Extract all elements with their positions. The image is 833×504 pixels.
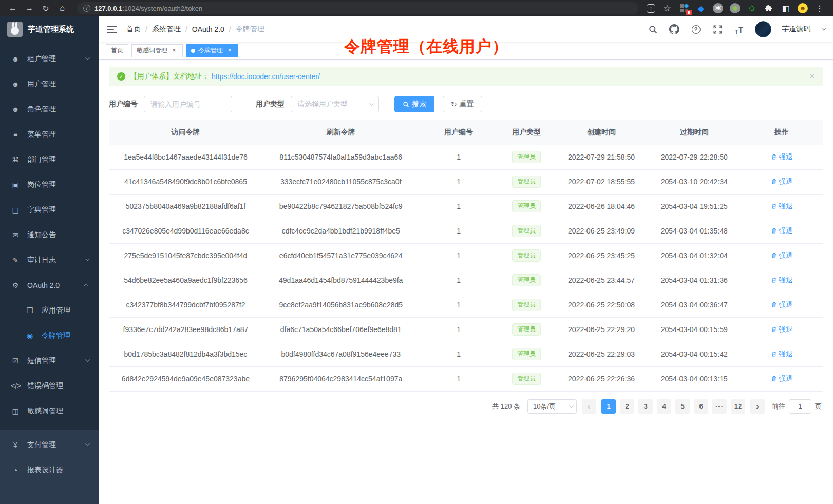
sidebar-item-sensitive-word[interactable]: ◫ 敏感词管理: [0, 398, 99, 423]
breadcrumb-home[interactable]: 首页: [126, 25, 141, 34]
command-extension-icon[interactable]: ⌘: [713, 3, 723, 13]
page-6[interactable]: 6: [694, 399, 708, 414]
force-logout-button[interactable]: 强退: [771, 276, 793, 285]
page-1[interactable]: 1: [601, 399, 616, 414]
font-size-icon[interactable]: TT: [733, 24, 745, 35]
table-row: b0d1785bc3a8482f812db4a3f3bd15ec b0df498…: [109, 342, 823, 366]
page-2[interactable]: 2: [620, 399, 634, 414]
force-logout-button[interactable]: 强退: [771, 325, 793, 334]
browser-menu-icon[interactable]: ⋮: [815, 3, 825, 13]
force-logout-button[interactable]: 强退: [771, 202, 793, 211]
action-cell: 强退: [741, 317, 823, 342]
sidebar-item-label: 错误码管理: [27, 381, 63, 391]
address-bar[interactable]: i 127.0.0.1:1024/system/oauth2/token: [77, 2, 638, 14]
browser-reload-button[interactable]: ↻: [39, 2, 52, 14]
username-text[interactable]: 芋道源码: [782, 25, 810, 34]
user-id-cell: 1: [420, 317, 498, 342]
breadcrumb-separator[interactable]: /: [185, 25, 187, 33]
sidebar-item-role[interactable]: ☻ 角色管理: [0, 96, 99, 122]
user-type-cell: 管理员: [498, 194, 555, 219]
user-type-badge: 管理员: [512, 323, 541, 336]
page-5[interactable]: 5: [675, 399, 690, 414]
created-time-cell: 2022-06-25 23:44:57: [555, 268, 648, 293]
tab-home[interactable]: 首页 ×: [106, 44, 128, 57]
user-menu-caret-icon[interactable]: [822, 26, 826, 30]
bookmark-star-icon[interactable]: ☆: [662, 3, 672, 13]
user-type-select[interactable]: 请选择用户类型: [291, 96, 379, 112]
prev-page-button[interactable]: ‹: [582, 399, 596, 414]
sidebar-item-dict[interactable]: ▤ 字典管理: [0, 197, 99, 222]
sidebar-item-notice[interactable]: ✉ 通知公告: [0, 222, 99, 247]
search-button[interactable]: 搜索: [394, 96, 434, 112]
green-star-extension-icon[interactable]: ✩: [747, 3, 757, 13]
sidebar-item-dept[interactable]: ⌘ 部门管理: [0, 147, 99, 172]
table-row: 1ea5e44f8bc1467aaede43144f31de76 811c530…: [109, 145, 823, 169]
user-type-cell: 管理员: [498, 293, 555, 317]
breadcrumb-separator[interactable]: /: [145, 25, 147, 33]
select-caret-icon: [369, 101, 373, 105]
breadcrumb-separator[interactable]: /: [229, 25, 231, 33]
user-id-input[interactable]: [144, 96, 232, 112]
breadcrumb-system[interactable]: 系统管理: [152, 25, 181, 34]
sidebar-item-user[interactable]: ☻ 用户管理: [0, 71, 99, 96]
page-size-select[interactable]: 10条/页: [527, 399, 577, 414]
tab-sensitive-word[interactable]: 敏感词管理 ×: [131, 44, 183, 57]
goto-page-input[interactable]: [789, 399, 811, 414]
reset-button[interactable]: ↻ 重置: [443, 96, 482, 112]
page-more[interactable]: ···: [712, 399, 727, 414]
fullscreen-icon[interactable]: [712, 24, 723, 35]
sidebar-item-tenant[interactable]: ☻ 租户管理: [0, 46, 99, 71]
doc-link[interactable]: https://doc.iocoder.cn/user-center/: [212, 72, 320, 81]
force-logout-button[interactable]: 强退: [771, 226, 793, 236]
help-icon[interactable]: ?: [690, 24, 702, 35]
user-avatar[interactable]: [755, 21, 771, 37]
force-logout-button[interactable]: 强退: [771, 374, 793, 383]
sidepanel-icon[interactable]: ◧: [781, 3, 791, 13]
tab-token-manage[interactable]: 令牌管理 ×: [186, 44, 238, 57]
access-token-cell: 41c41346a548490f9dc8b01c6bfe0865: [109, 169, 262, 194]
table-row: 502375b8040a469a9b82188afdf6af1f be90422…: [109, 194, 823, 219]
browser-forward-button[interactable]: →: [23, 2, 36, 14]
sidebar-item-oauth2[interactable]: ⚙ OAuth 2.0: [0, 273, 99, 298]
next-page-button[interactable]: ›: [750, 399, 765, 414]
sidebar-item-report-designer[interactable]: ◔ 报表设计器: [0, 457, 99, 482]
browser-extensions-area: ↑ ☆ 9 ◆ ⌘ ✩ ◧ ☻ ⋮: [647, 3, 827, 13]
sidebar-item-error-code[interactable]: </> 错误码管理: [0, 373, 99, 398]
sidebar-item-payment[interactable]: ¥ 支付管理: [0, 432, 99, 457]
tab-close-icon[interactable]: ×: [171, 47, 178, 54]
force-logout-button[interactable]: 强退: [771, 177, 793, 186]
sidebar-item-menu[interactable]: ≡ 菜单管理: [0, 122, 99, 147]
search-icon[interactable]: [647, 24, 658, 35]
browser-back-button[interactable]: ←: [6, 2, 20, 14]
gem-extension-icon[interactable]: ◆: [696, 3, 706, 13]
sidebar-item-post[interactable]: ▣ 岗位管理: [0, 172, 99, 197]
sidebar-item-app-manage[interactable]: ❒ 应用管理: [0, 298, 99, 323]
page-3[interactable]: 3: [638, 399, 653, 414]
sidebar-item-audit-log[interactable]: ✎ 审计日志: [0, 247, 99, 273]
sidebar-item-token-manage[interactable]: ◉ 令牌管理: [0, 323, 99, 348]
force-logout-button[interactable]: 强退: [771, 300, 793, 309]
breadcrumb-current[interactable]: 令牌管理: [236, 25, 264, 34]
force-logout-button[interactable]: 强退: [771, 251, 793, 260]
user-type-cell: 管理员: [498, 169, 555, 194]
sidebar-item-sms[interactable]: ☑ 短信管理: [0, 348, 99, 373]
github-icon[interactable]: [669, 24, 680, 35]
tab-close-icon[interactable]: ×: [226, 47, 233, 54]
recorder-extension-icon[interactable]: [730, 3, 740, 13]
sidebar-item-icon: ◔: [11, 466, 20, 474]
extension-grid-icon[interactable]: 9: [679, 3, 689, 13]
puzzle-extensions-icon[interactable]: [764, 3, 774, 13]
alert-close-icon[interactable]: ×: [810, 72, 815, 81]
site-info-icon[interactable]: i: [83, 5, 90, 12]
breadcrumb-oauth2[interactable]: OAuth 2.0: [192, 25, 224, 33]
force-logout-button[interactable]: 强退: [771, 350, 793, 359]
browser-home-button[interactable]: ⌂: [55, 2, 69, 14]
profile-avatar-icon[interactable]: ☻: [798, 3, 808, 13]
share-icon[interactable]: ↑: [647, 4, 655, 13]
table-header-cell: 访问令牌: [109, 120, 262, 145]
force-logout-button[interactable]: 强退: [771, 152, 793, 162]
page-12[interactable]: 12: [731, 399, 745, 414]
sidebar-item-label: 令牌管理: [42, 331, 70, 340]
page-4[interactable]: 4: [657, 399, 671, 414]
sidebar-toggle-icon[interactable]: [107, 26, 117, 33]
